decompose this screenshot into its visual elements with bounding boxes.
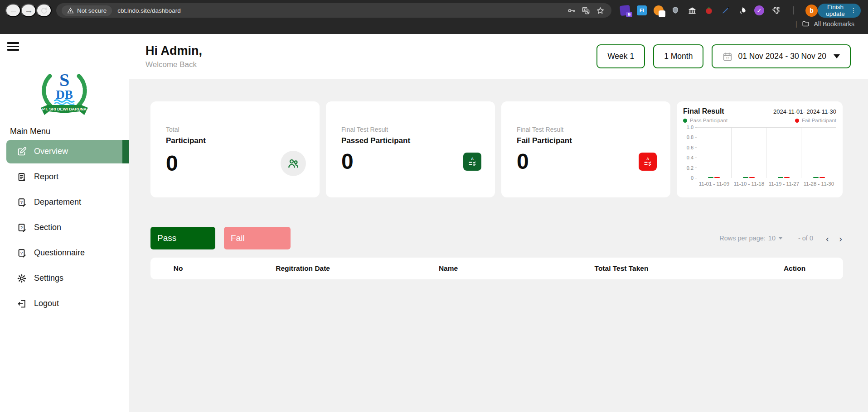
all-bookmarks-label[interactable]: All Bookmarks [814, 20, 854, 28]
sidebar-section-title: Main Menu [10, 127, 129, 136]
y-tick-label: 0.2 [687, 165, 697, 171]
chart-plot: 1.00.80.60.40.20 [683, 127, 836, 178]
stat-card-total-participant: Total Participant 0 [150, 101, 320, 197]
pass-filter-button[interactable]: Pass [150, 227, 215, 249]
ext-badge-count: 9 [626, 12, 632, 17]
sidebar-item-logout[interactable]: Logout [6, 292, 129, 316]
chart-category-slot [801, 128, 836, 178]
sidebar-item-overview[interactable]: Overview [6, 140, 129, 163]
sidebar-item-section[interactable]: ? Section [6, 216, 129, 240]
ext-bank-icon[interactable] [687, 5, 698, 16]
date-range-picker[interactable]: 12 01 Nov 2024 - 30 Nov 20 [712, 44, 851, 68]
reload-glyph [40, 7, 48, 14]
forward-icon[interactable]: → [21, 4, 36, 17]
password-key-icon[interactable] [565, 5, 577, 16]
chart-category-slot [732, 128, 766, 178]
sidebar-item-label: Settings [34, 273, 63, 283]
report-icon [16, 172, 27, 182]
legend-label: Fail Participant [802, 118, 836, 123]
column-header-action: Action [746, 264, 843, 273]
svg-text:?: ? [20, 250, 23, 255]
svg-text:A: A [471, 157, 474, 161]
month-filter-button[interactable]: 1 Month [653, 44, 703, 68]
next-page-icon[interactable]: › [838, 234, 843, 243]
security-chip[interactable]: Not secure [62, 5, 112, 16]
sidebar-item-label: Overview [34, 147, 68, 156]
sidebar-item-label: Report [34, 172, 58, 182]
result-filter-row: Pass Fail Rows per page: 10 - of 0 ‹ › [150, 227, 843, 249]
warning-icon [67, 7, 74, 14]
back-icon[interactable]: ← [5, 4, 21, 17]
column-header-no: No [150, 264, 206, 273]
stat-card-label: Participant [166, 136, 306, 145]
y-tick-label: 0.4 [687, 155, 697, 160]
finish-update-button[interactable]: Finish update ⋮ [818, 4, 861, 18]
final-result-chart: Final Result 2024-11-01- 2024-11-30 Pass… [677, 101, 843, 197]
sidebar-item-label: Logout [34, 299, 59, 308]
chart-y-axis: 1.00.80.60.40.20 [683, 127, 697, 178]
profile-avatar[interactable]: b [805, 5, 818, 17]
chart-legend: Pass Participant Fail Participant [683, 118, 836, 123]
rows-per-page-select[interactable]: Rows per page: 10 [719, 235, 783, 242]
translate-icon[interactable] [580, 5, 592, 16]
stat-card-fail-participant: Final Test Result Fail Participant 0 A [501, 101, 670, 197]
ext-check-tile: ✓ [754, 5, 764, 15]
sidebar-item-questionnaire[interactable]: ? Questionnaire [6, 241, 129, 265]
y-tick-label: 1.0 [687, 125, 697, 130]
chart-title: Final Result [683, 107, 724, 115]
ext-tomato-icon[interactable] [703, 5, 714, 16]
column-header-name: Name [400, 264, 497, 273]
legend-fail: Fail Participant [795, 118, 836, 123]
month-filter-label: 1 Month [664, 52, 693, 61]
page-title: Hi Admin, [145, 44, 202, 58]
edit-icon [16, 146, 27, 157]
ext-flame-icon[interactable] [737, 5, 748, 16]
address-bar[interactable]: Not secure cbt.lndo.site/dashboard [56, 3, 611, 18]
ext-fi-tile: FI [637, 5, 647, 15]
chart-bar [708, 177, 713, 178]
stats-row: Total Participant 0 Final Test Result [150, 101, 843, 197]
extensions-puzzle-icon[interactable] [771, 5, 781, 16]
calendar-day-text: 12 [726, 56, 730, 59]
stat-card-kicker: Final Test Result [341, 126, 481, 133]
chevron-down-icon [778, 237, 783, 240]
chart-bar [820, 177, 825, 178]
week-filter-button[interactable]: Week 1 [596, 44, 645, 68]
gear-icon [16, 273, 27, 284]
rows-per-page-label: Rows per page: [719, 235, 766, 242]
hamburger-menu-icon[interactable] [7, 40, 19, 53]
sidebar-item-report[interactable]: Report [6, 165, 129, 189]
page-subtitle: Welcome Back [145, 60, 202, 69]
sidebar-item-settings[interactable]: Settings [6, 267, 129, 290]
ext-pen-icon[interactable] [720, 5, 731, 16]
date-range-label: 01 Nov 2024 - 30 Nov 20 [738, 52, 826, 61]
chart-x-axis: 11-01 - 11-0911-10 - 11-1811-19 - 11-271… [697, 181, 836, 187]
security-label: Not secure [77, 7, 107, 14]
week-filter-label: Week 1 [607, 52, 634, 61]
reload-icon[interactable] [36, 4, 52, 17]
legend-label: Pass Participant [690, 118, 727, 123]
column-header-total-test-taken: Total Test Taken [497, 264, 746, 273]
prev-page-icon[interactable]: ‹ [825, 234, 830, 243]
ext-purple-icon[interactable]: 9 [620, 5, 630, 16]
sidebar-item-departement[interactable]: ? Departement [6, 191, 129, 214]
browser-chrome: ← → Not secure cbt.lndo.site/dashboard [0, 0, 868, 34]
fail-filter-button[interactable]: Fail [224, 227, 291, 249]
chart-date-range: 2024-11-01- 2024-11-30 [773, 108, 836, 115]
chart-bar [813, 177, 819, 178]
ext-check-icon[interactable]: ✓ [754, 5, 765, 16]
url-text: cbt.lndo.site/dashboard [117, 7, 181, 14]
x-tick-label: 11-19 - 11-27 [766, 181, 801, 187]
y-tick-label: 0.8 [687, 134, 697, 140]
logo-letters-db: DB [56, 88, 73, 101]
x-tick-label: 11-10 - 11-18 [732, 181, 766, 187]
ext-fi-icon[interactable]: FI [636, 5, 647, 16]
extensions-bar: 9 FI ✓ [620, 5, 818, 17]
browser-toolbar: ← → Not secure cbt.lndo.site/dashboard [0, 0, 868, 19]
stat-card-label: Fail Participant [517, 136, 657, 145]
chart-category-slot [766, 128, 801, 178]
ext-fox-icon[interactable] [653, 5, 664, 16]
pagination-range: - of 0 [798, 235, 813, 242]
ext-shield-icon[interactable] [670, 5, 681, 16]
bookmark-star-icon[interactable] [594, 5, 606, 16]
